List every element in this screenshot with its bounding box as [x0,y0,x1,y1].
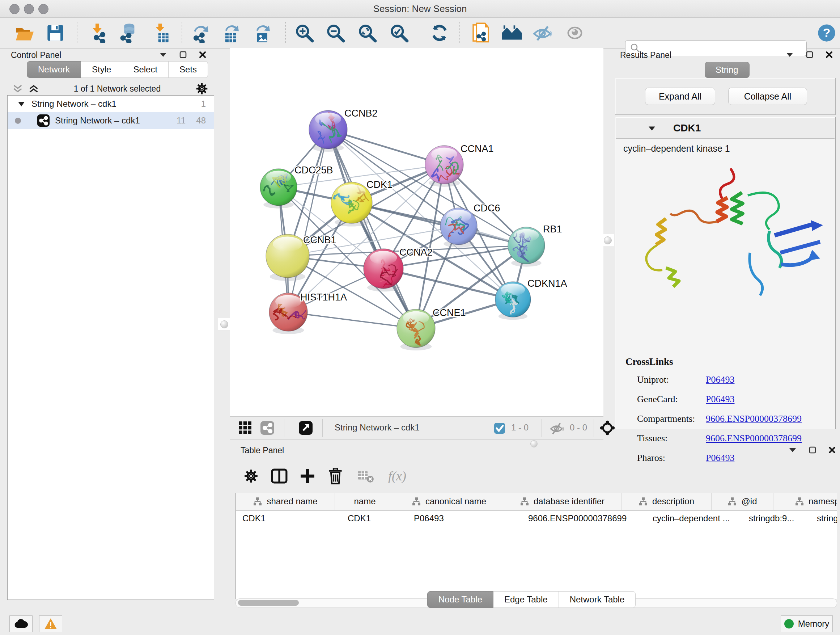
table-cell[interactable]: CDK1 [236,510,341,526]
panel-float-icon[interactable] [786,52,794,57]
panel-maximize-icon[interactable] [180,51,187,58]
node-CDK1[interactable] [331,181,372,226]
zoom-in-button[interactable] [292,22,316,44]
panel-maximize-icon[interactable] [809,447,816,454]
collapse-all-icon[interactable] [12,84,23,93]
help-button[interactable]: ? [815,22,838,44]
table-cell[interactable]: stringdb:9... [742,510,810,526]
column-header-name[interactable]: name [335,493,395,510]
import-table-button[interactable] [150,22,174,44]
string-network-icon [37,114,50,127]
node-CDC25B[interactable] [260,169,297,209]
node-CDKN1A[interactable] [495,282,531,320]
column-header-description[interactable]: description [622,493,712,510]
panel-close-icon[interactable] [826,51,833,58]
birdseye-grid-icon[interactable] [238,421,252,435]
column-header-shared-name[interactable]: shared name [236,493,335,510]
panel-close-icon[interactable] [829,447,836,454]
network-row-selected[interactable]: String Network – cdk1 11 48 [8,112,214,129]
tab-network-table[interactable]: Network Table [559,591,636,608]
expand-all-icon[interactable] [28,84,39,93]
crosslink-label: Compartments: [637,413,706,424]
tab-select[interactable]: Select [122,61,169,78]
open-in-window-icon[interactable] [298,421,313,435]
delete-table-icon [357,469,374,483]
node-CCNA1[interactable] [425,146,463,187]
selected-checkbox-icon[interactable] [494,423,505,434]
panel-close-icon[interactable] [199,51,206,58]
tab-string[interactable]: String [705,62,750,78]
network-view-toolbar: String Network – cdk1 1 - 0 0 - 0 [230,416,603,440]
zoom-fit-button[interactable] [355,22,379,44]
column-header-namespace[interactable]: namespace [774,493,837,510]
scrollbar-thumb[interactable] [238,600,299,606]
tree-expander-icon[interactable] [18,101,25,107]
crosslink-link[interactable]: P06493 [706,394,734,405]
collapse-all-button[interactable]: Collapse All [728,88,807,105]
show-columns-icon[interactable] [271,468,287,484]
node-label-CCNE1: CCNE1 [433,307,466,318]
table-cell[interactable]: P06493 [407,510,522,526]
crosslink-row: GeneCard:P06493 [637,394,825,405]
node-CCNE1[interactable] [397,309,435,350]
left-splitter-handle[interactable] [218,318,231,331]
save-session-button[interactable] [43,22,67,44]
show-eye-button[interactable] [563,22,587,44]
cloud-button[interactable] [9,616,33,632]
table-cell[interactable]: stringdb [810,510,837,526]
tab-edge-table[interactable]: Edge Table [493,591,559,608]
network-graph[interactable]: CCNB2CCNA1CDC25BCDK1CDC6RB1CCNB1CCNA2CDK… [230,48,603,416]
node-CCNB1[interactable] [266,234,309,281]
warnings-button[interactable] [39,616,62,632]
memory-button[interactable]: Memory [781,616,833,632]
network-list: String Network – cdk1 1 String Network –… [7,95,214,600]
panel-maximize-icon[interactable] [806,51,813,58]
column-header-database-identifier[interactable]: database identifier [503,493,622,510]
node-CDC6[interactable] [440,208,477,248]
string-panel-icon[interactable] [260,421,275,435]
zoom-selected-button[interactable] [387,22,411,44]
zoom-out-button[interactable] [324,22,347,44]
node-CCNA2[interactable] [363,249,403,295]
tab-network[interactable]: Network [27,61,81,78]
hide-eye-button[interactable] [531,22,555,44]
panel-float-icon[interactable] [789,447,797,453]
results-panel: Results Panel String Expand All Collapse… [611,48,840,431]
crosslink-link[interactable]: 9606.ENSP00000378699 [706,413,802,424]
table-panel-title: Table Panel [240,446,284,455]
table-cell[interactable]: CDK1 [341,510,407,526]
column-header-canonical-name[interactable]: canonical name [395,493,503,510]
export-table-button[interactable] [219,22,243,44]
hierarchy-icon [412,497,421,506]
crosslink-link[interactable]: P06493 [706,374,734,385]
save-session-icon [46,24,65,42]
network-canvas[interactable]: CCNB2CCNA1CDC25BCDK1CDC6RB1CCNB1CCNA2CDK… [230,48,603,416]
column-header-@id[interactable]: @id [712,493,774,510]
panel-float-icon[interactable] [159,52,167,57]
node-RB1[interactable] [508,227,545,267]
table-row[interactable]: CDK1CDK1P064939606.ENSP00000378699cyclin… [236,510,837,526]
result-entry-header[interactable]: CDK1 [616,118,835,139]
import-database-button[interactable] [117,22,141,44]
tab-sets[interactable]: Sets [169,61,208,78]
document-share-button[interactable] [469,22,493,44]
network-options-gear-icon[interactable] [195,82,208,95]
tab-style[interactable]: Style [81,61,122,78]
export-network-button[interactable] [189,22,213,44]
home-networks-button[interactable] [500,22,524,44]
crosslink-link[interactable]: 9606.ENSP00000378699 [706,433,802,444]
import-network-button[interactable] [86,22,110,44]
table-cell[interactable]: cyclin–dependent ... [646,510,742,526]
open-session-button[interactable] [13,22,36,44]
add-column-icon[interactable] [300,469,315,484]
network-collection-row[interactable]: String Network – cdk1 1 [8,96,214,112]
delete-column-icon[interactable] [328,468,343,485]
expand-all-button[interactable]: Expand All [645,88,715,105]
table-cell[interactable]: 9606.ENSP00000378699 [522,510,646,526]
entry-expander-icon[interactable] [648,125,656,131]
tab-node-table[interactable]: Node Table [427,591,493,608]
export-image-button[interactable] [250,22,274,44]
refresh-button[interactable] [428,22,452,44]
table-options-gear-icon[interactable] [243,469,259,484]
crosslink-label: Uniprot: [637,374,706,385]
